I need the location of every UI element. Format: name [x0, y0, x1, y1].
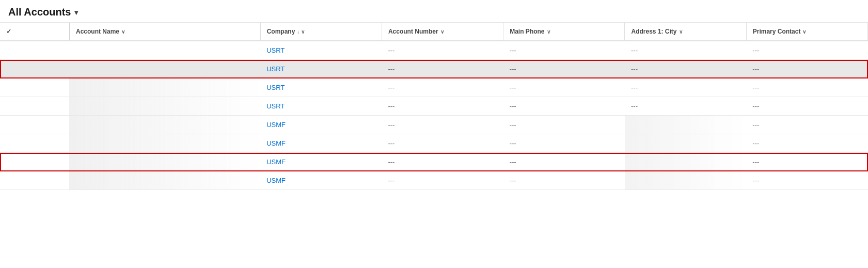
cell-company: USMF — [260, 153, 382, 171]
cell-account-number: --- — [382, 60, 503, 78]
cell-company: USRT — [260, 60, 382, 78]
cell-account-name[interactable] — [69, 97, 260, 116]
cell-address-city — [625, 153, 746, 171]
sort-icon-account-number: ∨ — [440, 29, 444, 35]
cell-primary-contact: --- — [746, 97, 867, 116]
cell-address-city: --- — [625, 41, 746, 60]
cell-main-phone: --- — [503, 60, 625, 78]
cell-account-number: --- — [382, 78, 503, 97]
sort-icon-primary-contact: ∨ — [802, 29, 806, 35]
cell-main-phone: --- — [503, 78, 625, 97]
col-main-phone[interactable]: Main Phone ∨ — [503, 23, 625, 41]
cell-account-name[interactable] — [69, 171, 260, 190]
company-link[interactable]: USMF — [266, 177, 286, 184]
cell-primary-contact: --- — [746, 134, 867, 153]
cell-account-number: --- — [382, 153, 503, 171]
cell-address-city: --- — [625, 97, 746, 116]
check-icon: ✓ — [6, 28, 11, 35]
cell-primary-contact: --- — [746, 171, 867, 190]
cell-address-city — [625, 116, 746, 134]
cell-company: USRT — [260, 41, 382, 60]
cell-account-number: --- — [382, 134, 503, 153]
cell-account-number: --- — [382, 41, 503, 60]
accounts-table: ✓ Account Name ∨ Company ↓ ∨ — [0, 23, 868, 190]
cell-primary-contact: --- — [746, 60, 867, 78]
col-company[interactable]: Company ↓ ∨ — [260, 23, 382, 41]
col-primary-contact[interactable]: Primary Contact ∨ — [746, 23, 867, 41]
cell-check[interactable] — [0, 134, 69, 153]
cell-account-name[interactable] — [69, 78, 260, 97]
cell-main-phone: --- — [503, 116, 625, 134]
cell-check[interactable] — [0, 116, 69, 134]
sort-icon-address-city: ∨ — [679, 29, 683, 35]
cell-primary-contact: --- — [746, 41, 867, 60]
cell-company: USMF — [260, 171, 382, 190]
cell-main-phone: --- — [503, 41, 625, 60]
company-link[interactable]: USMF — [266, 121, 286, 129]
table-row[interactable]: USRT------------ — [0, 78, 868, 97]
cell-account-number: --- — [382, 171, 503, 190]
cell-company: USRT — [260, 97, 382, 116]
cell-check[interactable] — [0, 97, 69, 116]
table-row[interactable]: USRT------------ — [0, 60, 868, 78]
table-container: ✓ Account Name ∨ Company ↓ ∨ — [0, 23, 868, 190]
cell-check[interactable] — [0, 153, 69, 171]
col-account-name[interactable]: Account Name ∨ — [69, 23, 260, 41]
table-row[interactable]: USMF--------- — [0, 134, 868, 153]
cell-account-name[interactable] — [69, 116, 260, 134]
cell-account-name[interactable] — [69, 134, 260, 153]
cell-main-phone: --- — [503, 171, 625, 190]
cell-account-name[interactable] — [69, 41, 260, 60]
cell-account-number: --- — [382, 116, 503, 134]
col-check[interactable]: ✓ — [0, 23, 69, 41]
cell-check[interactable] — [0, 78, 69, 97]
cell-address-city: --- — [625, 78, 746, 97]
sort-icon-account-name: ∨ — [121, 29, 125, 35]
table-row[interactable]: USMF--------- — [0, 153, 868, 171]
cell-main-phone: --- — [503, 153, 625, 171]
cell-account-number: --- — [382, 97, 503, 116]
col-account-number[interactable]: Account Number ∨ — [382, 23, 503, 41]
cell-account-name[interactable] — [69, 60, 260, 78]
page-header: All Accounts ▾ — [0, 0, 868, 23]
cell-check[interactable] — [0, 171, 69, 190]
company-link[interactable]: USRT — [266, 84, 285, 91]
cell-check[interactable] — [0, 41, 69, 60]
chevron-down-icon[interactable]: ▾ — [74, 8, 78, 17]
table-row[interactable]: USRT------------ — [0, 97, 868, 116]
cell-primary-contact: --- — [746, 78, 867, 97]
cell-primary-contact: --- — [746, 116, 867, 134]
table-row[interactable]: USMF--------- — [0, 116, 868, 134]
table-header-row: ✓ Account Name ∨ Company ↓ ∨ — [0, 23, 868, 41]
company-link[interactable]: USMF — [266, 158, 286, 166]
sort-icon-company: ↓ ∨ — [297, 29, 305, 35]
cell-primary-contact: --- — [746, 153, 867, 171]
cell-address-city — [625, 171, 746, 190]
cell-company: USMF — [260, 134, 382, 153]
cell-company: USMF — [260, 116, 382, 134]
company-link[interactable]: USRT — [266, 102, 285, 110]
company-link[interactable]: USRT — [266, 46, 285, 54]
company-link[interactable]: USMF — [266, 139, 286, 147]
sort-icon-main-phone: ∨ — [547, 29, 550, 35]
cell-address-city — [625, 134, 746, 153]
table-row[interactable]: USRT------------ — [0, 41, 868, 60]
cell-main-phone: --- — [503, 134, 625, 153]
page-title[interactable]: All Accounts ▾ — [8, 6, 78, 18]
table-row[interactable]: USMF--------- — [0, 171, 868, 190]
cell-company: USRT — [260, 78, 382, 97]
cell-account-name[interactable] — [69, 153, 260, 171]
company-link[interactable]: USRT — [266, 65, 285, 73]
cell-main-phone: --- — [503, 97, 625, 116]
col-address-city[interactable]: Address 1: City ∨ — [625, 23, 746, 41]
cell-address-city: --- — [625, 60, 746, 78]
cell-check[interactable] — [0, 60, 69, 78]
